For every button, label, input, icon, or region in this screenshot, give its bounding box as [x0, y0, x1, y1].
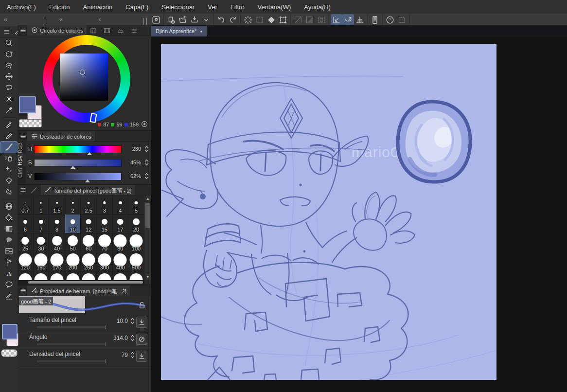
reference-window-icon[interactable]	[396, 14, 408, 26]
tool-eraser[interactable]	[0, 175, 17, 186]
brush-stroke-preview[interactable]: good画笔 - 2	[18, 296, 151, 313]
tool-pen[interactable]	[0, 119, 17, 130]
tool-selection[interactable]	[0, 82, 17, 93]
canvas-tab[interactable]: Djinn Apprentice* ●	[151, 26, 207, 36]
brush-size-partial[interactable]	[49, 271, 65, 281]
brush-size-1[interactable]: 1	[34, 196, 50, 214]
slider-marker[interactable]	[87, 152, 92, 155]
brush-size-0.7[interactable]: 0.7	[18, 196, 34, 214]
saturation-value-square[interactable]	[60, 53, 108, 101]
brush-size-partial[interactable]	[18, 271, 34, 281]
tool-zoom[interactable]	[0, 37, 17, 49]
property-slider[interactable]	[37, 343, 105, 345]
panel-menu-icon[interactable]	[18, 186, 27, 195]
sv-cursor[interactable]	[80, 70, 85, 75]
brush-size-17[interactable]: 17	[113, 214, 129, 233]
tab-color-history-icon[interactable]	[127, 26, 141, 36]
tool-strip-menu-icon[interactable]	[2, 27, 11, 36]
tool-pencil[interactable]	[0, 130, 17, 142]
brush-size-partial[interactable]	[81, 271, 97, 281]
brush-size-partial[interactable]	[97, 271, 113, 281]
brush-size-100[interactable]: 100	[128, 233, 144, 252]
canvas[interactable]: mario02	[161, 44, 496, 380]
open-file-icon[interactable]	[177, 14, 189, 26]
menu-ver[interactable]: Ver	[208, 3, 217, 11]
brush-size-1.5[interactable]: 1.5	[49, 196, 65, 214]
panel-menu-icon[interactable]	[18, 132, 27, 141]
property-value[interactable]: 10.0	[117, 318, 128, 324]
brush-size-partial[interactable]	[34, 271, 50, 281]
brush-size-partial[interactable]	[113, 271, 129, 281]
mode-tab-rgb[interactable]: RGB	[18, 142, 26, 154]
property-spinner[interactable]	[130, 335, 135, 343]
brush-size-6[interactable]: 6	[18, 214, 34, 233]
brush-size-5[interactable]: 5	[128, 196, 144, 214]
tab-color-wheel[interactable]: Círculo de colores	[27, 25, 87, 36]
mode-tab-cmy[interactable]: CMY	[18, 166, 26, 178]
redo-icon[interactable]	[227, 14, 239, 26]
scroll-up-icon[interactable]: ▲	[144, 196, 151, 202]
collapse-left-chevrons[interactable]: «	[4, 16, 7, 23]
diagonal-ruler-icon[interactable]	[304, 14, 316, 26]
undo-icon[interactable]	[215, 14, 227, 26]
tool-move-layer[interactable]	[0, 71, 17, 82]
brush-size-4[interactable]: 4	[113, 196, 129, 214]
brush-size-50[interactable]: 50	[65, 233, 81, 252]
slider-marker[interactable]	[85, 179, 90, 182]
menu-animacin[interactable]: Animación	[83, 3, 113, 11]
slider-spinner[interactable]	[144, 159, 149, 168]
tool-balloon[interactable]	[0, 279, 17, 290]
brush-size-25[interactable]: 25	[18, 233, 34, 252]
stylus-pressure-button[interactable]	[136, 317, 147, 328]
slider-spinner[interactable]	[144, 173, 149, 181]
panel-menu-icon[interactable]	[18, 286, 27, 295]
tool-decoration[interactable]	[0, 164, 17, 175]
brush-size-12[interactable]: 12	[81, 214, 97, 233]
property-value[interactable]: 79	[122, 352, 128, 358]
menu-seleccionar[interactable]: Seleccionar	[161, 3, 195, 11]
stylus-pressure-button[interactable]	[136, 351, 147, 362]
snap-to-grid-icon[interactable]	[354, 14, 366, 26]
s-slider-bar[interactable]	[34, 159, 122, 167]
tool-correction-line[interactable]	[0, 290, 17, 302]
tool-figure[interactable]	[0, 201, 17, 212]
brush-size-120[interactable]: 120	[18, 252, 34, 271]
vertical-scrollbar[interactable]: ▲ ▼	[144, 196, 151, 280]
tool-flag[interactable]	[0, 257, 17, 268]
property-spinner[interactable]	[130, 318, 135, 326]
tool-text[interactable]: A	[0, 268, 17, 279]
menu-ayudah[interactable]: Ayuda(H)	[304, 3, 331, 11]
menu-ventanaw[interactable]: Ventana(W)	[258, 3, 291, 11]
tool-selection-pen[interactable]	[0, 234, 17, 246]
tool-auto-select[interactable]	[0, 93, 17, 105]
brush-size-400[interactable]: 400	[113, 252, 129, 271]
tab-tool-property[interactable]: Propiedad de herram. [good画笔 - 2]	[27, 285, 130, 296]
tab-approximate-color-icon[interactable]	[114, 26, 127, 36]
new-canvas-icon[interactable]	[165, 14, 177, 26]
tool-operation[interactable]	[0, 60, 17, 71]
brush-size-40[interactable]: 40	[49, 233, 65, 252]
brush-size-30[interactable]: 30	[34, 233, 50, 252]
brush-size-300[interactable]: 300	[97, 252, 113, 271]
deselect-icon[interactable]	[242, 14, 254, 26]
brush-size-80[interactable]: 80	[113, 233, 129, 252]
invert-selection-icon[interactable]	[266, 14, 277, 26]
horizontal-scrollbar[interactable]	[18, 281, 144, 285]
brush-size-500[interactable]: 500	[128, 252, 144, 271]
brush-size-250[interactable]: 250	[81, 252, 97, 271]
brush-size-10[interactable]: 10	[65, 214, 81, 233]
property-slider[interactable]	[37, 360, 105, 362]
tool-blend[interactable]	[0, 186, 17, 197]
brush-size-partial[interactable]	[128, 271, 144, 281]
property-value[interactable]: 314.0	[113, 335, 128, 341]
mode-tab-hsv[interactable]: HSV	[18, 154, 26, 166]
slider-spinner[interactable]	[144, 145, 149, 154]
export-icon[interactable]	[189, 14, 200, 26]
tool-brush[interactable]	[0, 142, 17, 153]
tab-brush-size[interactable]: Tamaño del pincel [good画笔 - 2]	[41, 185, 135, 195]
brush-size-partial[interactable]	[65, 271, 81, 281]
straight-ruler-icon[interactable]	[292, 14, 304, 26]
property-spinner[interactable]	[130, 352, 135, 360]
brush-size-60[interactable]: 60	[81, 233, 97, 252]
companion-mode-icon[interactable]	[369, 14, 381, 26]
